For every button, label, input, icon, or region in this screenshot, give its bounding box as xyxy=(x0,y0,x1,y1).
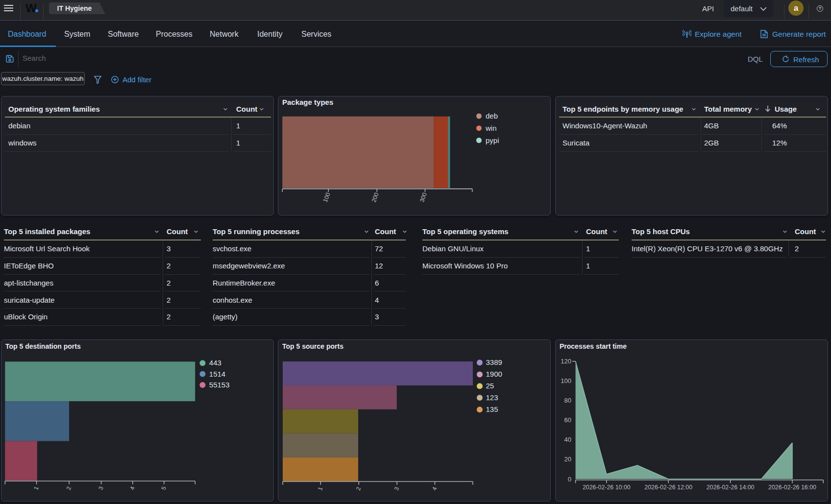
svg-text:80: 80 xyxy=(564,397,571,404)
svg-text:1: 1 xyxy=(32,485,40,491)
svg-text:3389: 3389 xyxy=(486,358,502,366)
svg-text:200: 200 xyxy=(370,192,380,203)
svg-text:win: win xyxy=(485,124,497,132)
svg-text:1900: 1900 xyxy=(486,370,502,378)
svg-text:2026-02-26 10:00: 2026-02-26 10:00 xyxy=(583,484,631,491)
svg-text:443: 443 xyxy=(209,359,221,367)
svg-text:2: 2 xyxy=(355,486,363,491)
svg-text:300: 300 xyxy=(418,192,428,203)
svg-text:2026-02-26 12:00: 2026-02-26 12:00 xyxy=(644,484,692,491)
svg-text:100: 100 xyxy=(322,192,332,203)
svg-text:120: 120 xyxy=(561,358,571,365)
svg-text:3: 3 xyxy=(393,486,401,491)
svg-text:deb: deb xyxy=(486,112,498,120)
svg-text:60: 60 xyxy=(564,416,571,424)
svg-text:5: 5 xyxy=(160,485,168,491)
svg-text:2026-02-26 14:00: 2026-02-26 14:00 xyxy=(707,484,755,491)
svg-text:20: 20 xyxy=(564,456,571,463)
svg-text:Top 5 source ports: Top 5 source ports xyxy=(282,342,343,350)
svg-text:3: 3 xyxy=(97,485,105,491)
svg-text:0: 0 xyxy=(568,476,571,483)
svg-text:2026-02-26 16:00: 2026-02-26 16:00 xyxy=(768,484,816,491)
svg-text:4: 4 xyxy=(128,485,136,491)
svg-text:25: 25 xyxy=(486,382,494,390)
svg-text:Top 5 destination ports: Top 5 destination ports xyxy=(5,342,81,350)
svg-text:40: 40 xyxy=(564,436,571,443)
svg-text:4: 4 xyxy=(431,486,439,491)
svg-text:100: 100 xyxy=(561,377,571,384)
svg-text:2: 2 xyxy=(65,485,73,491)
svg-text:135: 135 xyxy=(486,405,498,413)
svg-text:Package types: Package types xyxy=(282,98,333,106)
svg-text:123: 123 xyxy=(486,393,498,402)
svg-text:1: 1 xyxy=(317,486,324,491)
svg-text:Processes start time: Processes start time xyxy=(560,342,627,350)
svg-text:pypi: pypi xyxy=(486,136,499,144)
svg-text:1514: 1514 xyxy=(209,370,225,378)
svg-text:55153: 55153 xyxy=(209,381,230,389)
